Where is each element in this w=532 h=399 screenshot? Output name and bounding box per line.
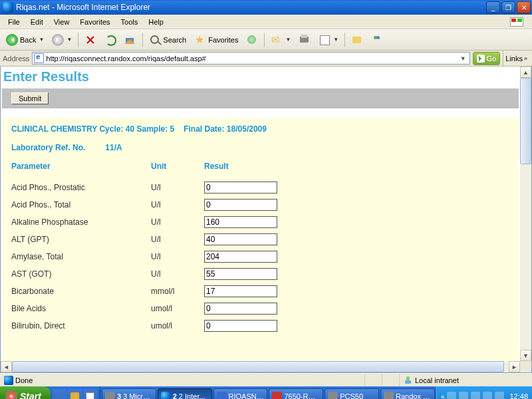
task-icon	[161, 392, 171, 400]
tray-icon[interactable]	[471, 392, 480, 399]
program-header: CLINICAL CHEMISTRY Cycle: 40 Sample: 5Fi…	[11, 124, 509, 134]
folder-button[interactable]	[348, 32, 366, 48]
home-button[interactable]	[121, 32, 140, 48]
status-pane	[382, 374, 399, 386]
close-button[interactable]: ✕	[517, 1, 531, 13]
param-row: Bile Acidsumol/l	[11, 300, 509, 317]
result-input[interactable]	[204, 251, 277, 263]
status-pane	[364, 374, 382, 386]
form-area: CLINICAL CHEMISTRY Cycle: 40 Sample: 5Fi…	[2, 118, 519, 361]
taskbar-task[interactable]: RIQASNe...	[213, 388, 268, 399]
taskbar-task[interactable]: PCS50	[325, 388, 379, 399]
tray-icon[interactable]	[447, 392, 456, 399]
param-name: Bilirubin, Direct	[11, 321, 151, 331]
task-label: 2 Inter...	[179, 392, 205, 399]
mail-button[interactable]: ▼	[267, 32, 294, 48]
star-icon	[194, 34, 206, 46]
quick-launch-item[interactable]	[53, 389, 67, 399]
param-name: ALT (GPT)	[11, 235, 151, 244]
favorites-button[interactable]: Favorites	[191, 32, 241, 48]
edit-button[interactable]: ▼	[315, 32, 342, 48]
result-input[interactable]	[204, 320, 277, 332]
messenger-icon	[371, 34, 383, 46]
forward-button[interactable]: ▼	[49, 32, 75, 48]
address-dropdown[interactable]: ▼	[458, 55, 468, 62]
mail-icon	[271, 34, 283, 46]
refresh-icon	[104, 34, 116, 46]
taskbar-task[interactable]: 3 3 Micros...	[102, 388, 156, 399]
refresh-button[interactable]	[101, 32, 120, 48]
taskbar-task[interactable]: 7650-RQ ...	[269, 388, 323, 399]
toolbar: Back▼ ▼ Search Favorites ▼ ▼	[0, 29, 532, 51]
messenger-button[interactable]	[368, 32, 386, 48]
edit-icon	[319, 34, 331, 46]
print-icon	[299, 34, 311, 46]
quick-launch-item[interactable]	[83, 389, 98, 399]
vertical-scrollbar[interactable]: ▲ ▼	[520, 66, 531, 361]
print-button[interactable]	[295, 32, 314, 48]
taskbar-task[interactable]: Randox In...	[380, 388, 435, 399]
submit-button[interactable]: Submit	[11, 92, 49, 104]
chevron-right-icon: »	[524, 55, 527, 62]
system-tray: « 12:48	[436, 386, 532, 399]
search-button[interactable]: Search	[146, 32, 190, 48]
maximize-button[interactable]: ❐	[501, 1, 515, 13]
scroll-thumb[interactable]	[12, 361, 504, 372]
minimize-button[interactable]: _	[486, 1, 500, 13]
quick-launch	[51, 386, 100, 399]
result-input[interactable]	[204, 303, 277, 315]
menu-help[interactable]: Help	[143, 17, 169, 27]
status-text-pane: Done	[0, 374, 364, 386]
separator	[264, 33, 265, 47]
task-label: Randox In...	[396, 392, 432, 399]
taskbar: Start 3 3 Micros...2 2 Inter...RIQASNe..…	[0, 386, 532, 399]
scroll-track[interactable]	[12, 361, 509, 372]
folder-icon	[351, 34, 363, 46]
history-icon	[246, 34, 258, 46]
scroll-thumb[interactable]	[520, 78, 531, 164]
task-label: 7650-RQ ...	[284, 392, 320, 399]
param-name: Bicarbonate	[11, 287, 151, 296]
tray-icon[interactable]	[483, 392, 492, 399]
menu-tools[interactable]: Tools	[116, 17, 144, 27]
window-title: Riqas.net - Microsoft Internet Explorer	[16, 3, 150, 12]
start-button[interactable]: Start	[0, 386, 51, 399]
chevron-down-icon: ▼	[39, 37, 44, 43]
tray-icon[interactable]	[459, 392, 468, 399]
horizontal-scrollbar[interactable]: ◄ ►	[1, 361, 520, 372]
result-input[interactable]	[204, 233, 277, 245]
header-parameter: Parameter	[11, 162, 151, 171]
param-unit: U/l	[151, 269, 204, 279]
scroll-left-button[interactable]: ◄	[1, 361, 12, 372]
scroll-track[interactable]	[520, 78, 531, 350]
result-input[interactable]	[204, 182, 277, 194]
forward-icon	[52, 34, 64, 46]
scroll-right-button[interactable]: ►	[509, 361, 520, 372]
history-button[interactable]	[243, 32, 261, 48]
taskbar-task[interactable]: 2 2 Inter...	[158, 388, 212, 399]
address-field[interactable]: ▼	[32, 52, 469, 65]
header-unit: Unit	[151, 162, 204, 171]
address-input[interactable]	[46, 55, 456, 63]
result-input[interactable]	[204, 216, 277, 228]
back-button[interactable]: Back▼	[3, 32, 47, 48]
menu-view[interactable]: View	[49, 17, 75, 27]
tray-expand[interactable]: «	[441, 393, 445, 400]
chevron-down-icon: ▼	[333, 37, 338, 43]
tray-icon[interactable]	[495, 392, 504, 399]
stop-button[interactable]	[81, 32, 100, 48]
quick-launch-item[interactable]	[68, 389, 82, 399]
result-input[interactable]	[204, 268, 277, 280]
links-button[interactable]: Links»	[503, 51, 529, 66]
throbber-icon	[504, 15, 529, 29]
clock[interactable]: 12:48	[507, 392, 528, 399]
go-button[interactable]: Go	[473, 52, 501, 65]
desktop-icon	[70, 392, 79, 400]
result-input[interactable]	[204, 199, 277, 211]
scroll-down-button[interactable]: ▼	[520, 350, 531, 361]
result-input[interactable]	[204, 285, 277, 297]
menu-edit[interactable]: Edit	[25, 17, 49, 27]
menu-favorites[interactable]: Favorites	[74, 17, 115, 27]
menu-file[interactable]: File	[3, 17, 25, 27]
scroll-up-button[interactable]: ▲	[520, 66, 531, 78]
